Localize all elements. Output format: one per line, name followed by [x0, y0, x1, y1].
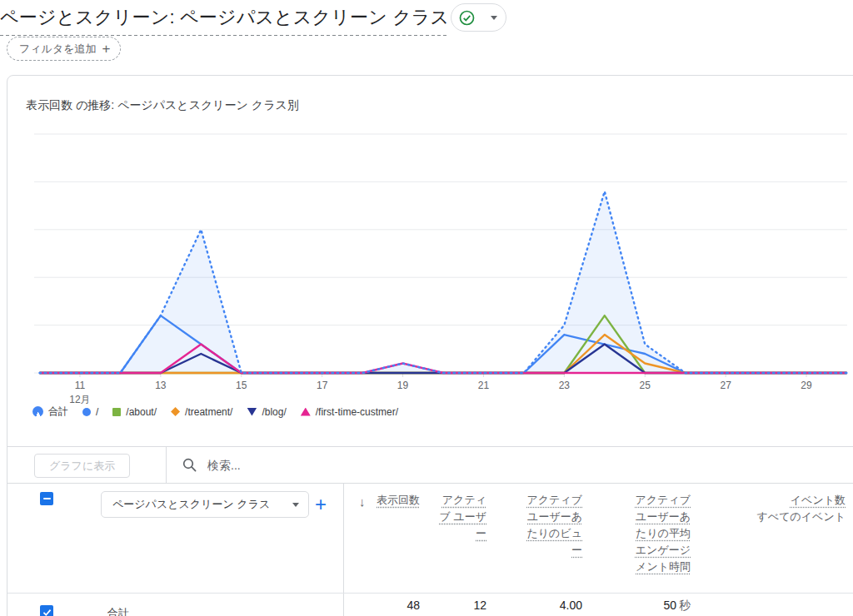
- totals-avg-engagement-time: 50秒: [599, 599, 691, 614]
- divider: [166, 447, 167, 483]
- totals-views-per-active-user: 4.00: [507, 599, 582, 612]
- legend-label: /first-time-custmer/: [316, 406, 398, 418]
- divider: [7, 593, 853, 594]
- check-mark: [42, 607, 52, 616]
- legend-item-about: /about/: [112, 406, 157, 418]
- indeterminate-mark: [43, 498, 51, 499]
- table-toolbar: グラフに表示: [7, 446, 853, 484]
- triangle-up-icon: [301, 408, 311, 416]
- triangle-down-icon: [247, 408, 257, 416]
- line-chart[interactable]: [34, 134, 847, 373]
- legend-item-first-time-custmer: /first-time-custmer/: [301, 406, 398, 418]
- x-tick-label: 11: [63, 380, 97, 391]
- legend-label: /about/: [126, 406, 157, 418]
- totals-views: 48: [353, 599, 420, 612]
- legend-label: /: [96, 406, 98, 418]
- add-dimension-button[interactable]: +: [315, 491, 327, 518]
- chart-title: 表示回数 の推移: ページパスとスクリーン クラス別: [26, 98, 299, 113]
- select-all-checkbox[interactable]: [40, 492, 53, 505]
- legend-item-root: /: [82, 406, 98, 418]
- time-unit: 秒: [679, 599, 691, 612]
- search-icon: [182, 458, 197, 472]
- dimension-selector[interactable]: ページパスとスクリーン クラス: [101, 491, 309, 518]
- add-filter-button[interactable]: フィルタを追加 +: [7, 37, 121, 61]
- x-tick-label: 15: [225, 380, 258, 391]
- legend-item-blog: /blog/: [247, 406, 286, 418]
- legend-item-total: 合計: [32, 405, 68, 419]
- x-axis-labels: 1112月131517192123252729: [34, 380, 847, 408]
- report-card: 表示回数 の推移: ページパスとスクリーン クラス別 1112月13151719…: [7, 75, 853, 616]
- x-tick-label: 19: [387, 380, 420, 391]
- x-tick-label: 17: [306, 380, 339, 391]
- x-tick-label: 25: [628, 380, 661, 391]
- legend-item-treatment: /treatment/: [171, 406, 232, 418]
- diamond-icon: [171, 407, 180, 416]
- sort-descending-icon[interactable]: ↓: [359, 494, 366, 509]
- totals-active-users: 12: [420, 599, 486, 612]
- square-icon: [112, 408, 121, 416]
- legend-label: 合計: [48, 405, 68, 419]
- chart-plot[interactable]: [34, 134, 847, 373]
- plus-icon: +: [102, 42, 111, 56]
- column-header-views-per-active-user[interactable]: アクティブ ユーザーあたりのビュー: [524, 492, 582, 559]
- add-filter-label: フィルタを追加: [19, 42, 97, 57]
- column-header-avg-engagement-time[interactable]: アクティブ ユーザーあたりの平均エンゲージメント時間: [631, 492, 691, 575]
- x-tick-label: 27: [709, 380, 742, 391]
- check-circle-icon: [459, 10, 475, 26]
- chevron-down-icon: [292, 503, 299, 507]
- page-title[interactable]: ページとスクリーン: ページパスとスクリーン クラス: [0, 5, 449, 36]
- circle-icon: [82, 408, 91, 416]
- chevron-down-icon: [491, 16, 497, 20]
- totals-row-label: 合計: [107, 606, 129, 616]
- column-header-active-users[interactable]: アクティブ ユーザー: [436, 492, 486, 542]
- x-tick-label: 21: [466, 380, 500, 391]
- show-on-chart-button[interactable]: グラフに表示: [34, 454, 130, 478]
- event-filter-label[interactable]: すべてのイベント: [729, 509, 846, 525]
- x-tick-label: 13: [144, 380, 177, 391]
- report-status-dropdown[interactable]: [451, 3, 506, 32]
- x-tick-label: 23: [547, 380, 581, 391]
- search-input[interactable]: [207, 459, 457, 472]
- column-header-views[interactable]: 表示回数: [377, 492, 420, 509]
- column-header-event-count[interactable]: イベント数 すべてのイベント: [729, 492, 846, 525]
- dimension-selector-label: ページパスとスクリーン クラス: [112, 497, 270, 512]
- total-icon: [32, 406, 43, 417]
- chart-legend: 合計 / /about/ /treatment/ /blog/ /first-t…: [32, 405, 398, 419]
- legend-label: /treatment/: [185, 406, 232, 418]
- totals-row-checkbox[interactable]: [40, 605, 53, 616]
- legend-label: /blog/: [262, 406, 286, 418]
- divider: [343, 484, 344, 616]
- x-tick-label: 29: [790, 380, 823, 391]
